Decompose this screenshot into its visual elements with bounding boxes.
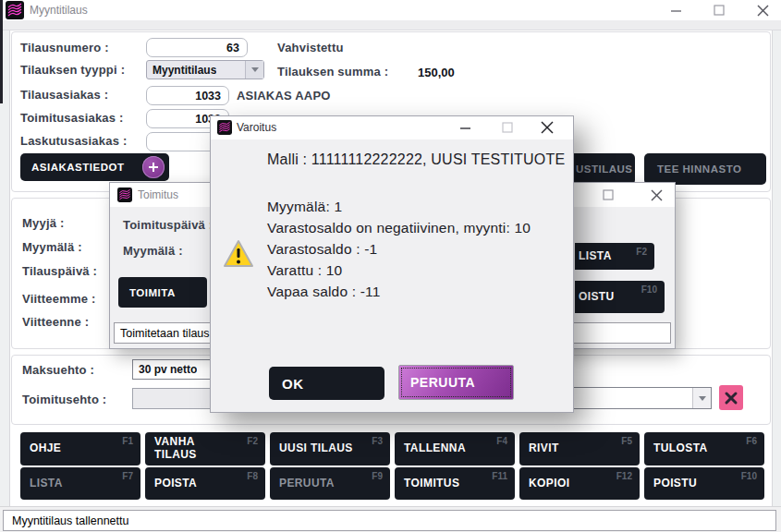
varoitus-dialog: Varoitus Malli : 11111112222222, UUSI TE… bbox=[210, 115, 574, 413]
maximize-icon[interactable] bbox=[495, 117, 519, 138]
varoitus-line: Varastosaldo on negatiivinen, myynti: 10 bbox=[267, 217, 531, 238]
tilauksen-summa-label: Tilauksen summa : bbox=[277, 65, 388, 79]
vanha-tilaus-label: VANHA TILAUS bbox=[145, 436, 197, 462]
tilauksen-summa-value: 150,00 bbox=[418, 66, 455, 79]
window-title: Myyntitilaus bbox=[30, 4, 88, 17]
minimize-icon[interactable] bbox=[664, 0, 688, 20]
plus-icon[interactable] bbox=[142, 156, 165, 178]
dialog-lista-button[interactable]: LISTA F2 bbox=[575, 243, 654, 270]
myyja-label: Myyjä : bbox=[22, 216, 64, 230]
peruuta-label: PERUUTA bbox=[270, 478, 335, 490]
tilauspaiva-label: Tilauspäivä : bbox=[22, 264, 97, 278]
tallenna-button[interactable]: TALLENNA F4 bbox=[395, 432, 515, 466]
close-icon[interactable] bbox=[644, 185, 668, 205]
viitteenne-label: Viitteenne : bbox=[22, 315, 89, 329]
ohje-button[interactable]: OHJE F1 bbox=[20, 432, 140, 466]
status-field: Myyntitilaus tallennettu bbox=[3, 510, 776, 531]
chevron-down-icon[interactable] bbox=[245, 61, 263, 79]
fkey-badge: F7 bbox=[122, 471, 133, 481]
asiakastiedot-button[interactable]: ASIAKASTIEDOT bbox=[20, 153, 169, 181]
clear-icon[interactable] bbox=[719, 385, 743, 410]
tilausnumero-label: Tilausnumero : bbox=[20, 41, 109, 54]
tilausasiakas-value: 1033 bbox=[195, 90, 221, 103]
fkey-badge: F2 bbox=[247, 436, 258, 446]
toimitusasiakas-label: Toimitusasiakas : bbox=[20, 111, 124, 125]
uusi-tilaus-label: UUSI TILAUS bbox=[270, 442, 353, 455]
main-titlebar[interactable]: Myyntitilaus bbox=[0, 0, 781, 20]
fkey-badge: F6 bbox=[746, 436, 757, 446]
varoitus-malli-line: Malli : 11111112222222, UUSI TESTITUOTE bbox=[267, 151, 565, 168]
fkey-badge: F1 bbox=[122, 436, 133, 446]
toimita-label: TOIMITA bbox=[129, 287, 176, 298]
toimitusehto-label: Toimitusehto : bbox=[22, 393, 106, 406]
fkey-badge: F8 bbox=[247, 471, 258, 481]
chevron-down-icon[interactable] bbox=[692, 388, 711, 408]
fkey-badge: F5 bbox=[621, 436, 632, 446]
maksuehto-label: Maksuehto : bbox=[22, 363, 94, 377]
lista-label: LISTA bbox=[20, 478, 63, 490]
right-margin bbox=[772, 30, 781, 506]
kopioi-button[interactable]: KOPIOI F12 bbox=[519, 467, 640, 500]
ohje-label: OHJE bbox=[20, 442, 61, 455]
tallenna-label: TALLENNA bbox=[395, 442, 466, 455]
toimitus-label: TOIMITUS bbox=[395, 478, 459, 490]
asiakastiedot-label: ASIAKASTIEDOT bbox=[31, 162, 124, 173]
clipped-tilaus-button[interactable]: USTILAUS bbox=[574, 153, 635, 185]
tilauksen-tyyppi-label: Tilauksen tyyppi : bbox=[20, 63, 125, 77]
varoitus-titlebar[interactable]: Varoitus bbox=[211, 116, 573, 139]
tee-hinnasto-button[interactable]: TEE HINNASTO bbox=[644, 153, 766, 185]
poista-label: POISTA bbox=[145, 478, 197, 490]
toimitus-button[interactable]: TOIMITUS F11 bbox=[395, 467, 515, 500]
fkey-badge: F4 bbox=[496, 436, 507, 446]
toimita-button[interactable]: TOIMITA bbox=[118, 277, 207, 308]
dialog-poistu-button[interactable]: OISTU F10 bbox=[575, 281, 665, 313]
varoitus-line: Myymälä: 1 bbox=[267, 196, 531, 217]
tilausasiakas-label: Tilausasiakas : bbox=[20, 88, 108, 102]
varoitus-line: Varastosaldo : -1 bbox=[267, 238, 531, 260]
window-band bbox=[0, 20, 781, 30]
fkey-badge: F10 bbox=[741, 471, 757, 481]
maximize-icon[interactable] bbox=[596, 185, 620, 205]
tilauksen-tyyppi-select[interactable]: Myyntitilaus bbox=[146, 60, 264, 79]
varoitus-title: Varoitus bbox=[237, 121, 276, 134]
app-icon bbox=[217, 120, 232, 139]
fkey-badge: F10 bbox=[641, 284, 657, 295]
fkey-badge: F12 bbox=[616, 471, 632, 481]
toimitus-title: Toimitus bbox=[138, 188, 178, 201]
peruuta-dialog-button[interactable]: PERUUTA bbox=[398, 365, 514, 400]
dialog-poistu-label: OISTU bbox=[575, 291, 615, 304]
minimize-icon[interactable] bbox=[453, 117, 477, 138]
viitteemme-label: Viitteemme : bbox=[22, 292, 95, 306]
tilausnumero-value: 63 bbox=[226, 42, 239, 54]
tulosta-button[interactable]: TULOSTA F6 bbox=[644, 432, 764, 466]
varoitus-line: Vapaa saldo : -11 bbox=[267, 281, 531, 302]
maximize-icon[interactable] bbox=[707, 0, 731, 20]
toimitus-myymala-label: Myymälä : bbox=[123, 244, 183, 258]
close-icon[interactable] bbox=[535, 117, 559, 138]
vanha-tilaus-button[interactable]: VANHA TILAUS F2 bbox=[145, 432, 265, 466]
myymala-label: Myymälä : bbox=[22, 240, 82, 254]
tilausasiakas-input[interactable]: 1033 bbox=[146, 86, 229, 105]
uusi-tilaus-button[interactable]: UUSI TILAUS F3 bbox=[270, 432, 390, 466]
tilausnumero-input[interactable]: 63 bbox=[146, 38, 248, 57]
poistu-label: POISTU bbox=[644, 478, 697, 490]
tulosta-label: TULOSTA bbox=[644, 442, 708, 455]
varoitus-line: Varattu : 10 bbox=[267, 260, 531, 281]
fkey-badge: F3 bbox=[372, 436, 383, 446]
fkey-badge: F11 bbox=[492, 471, 507, 481]
clipped-tilaus-label: USTILAUS bbox=[576, 163, 633, 175]
vahvistettu-label: Vahvistettu bbox=[277, 41, 344, 54]
tee-hinnasto-label: TEE HINNASTO bbox=[657, 163, 741, 175]
dialog-lista-label: LISTA bbox=[575, 250, 612, 263]
ok-label: OK bbox=[282, 376, 304, 392]
toimituspaiva-label: Toimituspäivä : bbox=[123, 218, 213, 232]
peruuta-button[interactable]: PERUUTA F9 bbox=[270, 467, 390, 500]
ok-button[interactable]: OK bbox=[269, 367, 384, 400]
lista-button[interactable]: LISTA F7 bbox=[20, 467, 140, 500]
rivit-button[interactable]: RIVIT F5 bbox=[519, 432, 640, 466]
fkey-badge: F9 bbox=[372, 471, 383, 481]
poistu-button[interactable]: POISTU F10 bbox=[644, 467, 764, 500]
status-text: Myyntitilaus tallennettu bbox=[12, 514, 128, 527]
poista-button[interactable]: POISTA F8 bbox=[145, 467, 265, 500]
close-icon[interactable] bbox=[750, 0, 775, 20]
